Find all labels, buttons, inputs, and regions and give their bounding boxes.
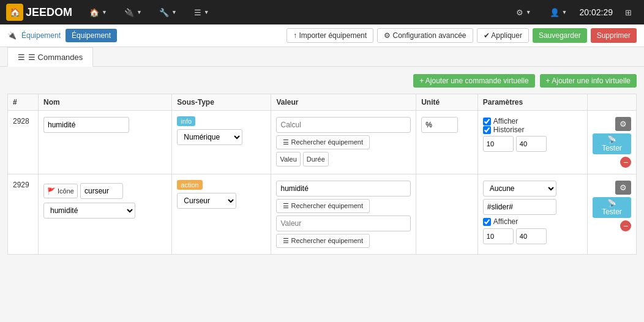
subheader-actions: ↑ Importer équipement ⚙ Configuration av… — [286, 28, 637, 43]
th-sous-type: Sous-Type — [172, 94, 271, 111]
nom-top-row-2929: 🚩 Icône — [43, 183, 167, 199]
remove-button-2929[interactable]: − — [620, 220, 631, 231]
param-slider-input-2929[interactable] — [483, 199, 556, 215]
btn-supprimer[interactable]: Supprimer — [591, 28, 637, 43]
table-header: # Nom Sous-Type Valeur Unité Paramètres — [8, 94, 637, 111]
nav-user[interactable]: 👤 ▼ — [544, 4, 574, 21]
param-afficher-2929: Afficher — [483, 217, 582, 226]
btn-import[interactable]: ↑ Importer équipement — [286, 28, 373, 43]
tester-button-2928[interactable]: 📡 Tester — [593, 133, 631, 154]
tools-chevron: ▼ — [171, 9, 177, 15]
checkbox-historiser-2928[interactable] — [483, 126, 491, 134]
label-historiser-2928: Historiser — [493, 125, 525, 134]
nav-home[interactable]: 🏠 ▼ — [83, 4, 113, 21]
breadcrumb-equipement-link[interactable]: Équipement — [21, 31, 61, 40]
settings-chevron: ▼ — [526, 9, 531, 15]
checkbox-afficher-2928[interactable] — [483, 118, 491, 125]
sous-type-select-2929[interactable]: Curseur Bouton Message Couleur — [177, 193, 236, 209]
btn-config-avancee[interactable]: ⚙ Configuration avancée — [377, 28, 473, 43]
list-chevron: ▼ — [204, 9, 209, 15]
subheader: 🔌 Équipement Équipement ↑ Importer équip… — [0, 24, 644, 47]
nav-list[interactable]: ☰ ▼ — [188, 4, 215, 21]
nav-tools[interactable]: 🔧 ▼ — [153, 4, 183, 21]
tab-commandes-icon: ☰ — [18, 53, 25, 62]
param-aucune-select-2929[interactable]: Aucune — [483, 181, 556, 197]
nom-select-2929[interactable]: humidité — [43, 203, 135, 219]
checkbox-afficher-2929[interactable] — [483, 218, 491, 226]
plug-icon: 🔌 — [124, 8, 134, 17]
nom-input-2928[interactable] — [43, 117, 129, 133]
valeur-input-2928[interactable] — [276, 117, 411, 133]
th-valeur: Valeur — [271, 94, 416, 111]
user-chevron: ▼ — [562, 9, 567, 15]
nav-settings[interactable]: ⚙ ▼ — [510, 4, 537, 21]
tester-button-2929[interactable]: 📡 Tester — [593, 197, 631, 218]
curseur-input-2929[interactable] — [80, 183, 123, 199]
cell-params-2928: Afficher Historiser — [477, 111, 587, 174]
home-chevron: ▼ — [102, 9, 107, 15]
list-icon: ☰ — [194, 8, 201, 17]
btn-equipement[interactable]: Équipement — [66, 29, 117, 42]
sous-type-badge-2928: info — [177, 116, 195, 126]
btn-rechercher-equip2-2929[interactable]: ☰ Rechercher équipement — [276, 234, 369, 248]
param-val1-2929[interactable] — [483, 228, 514, 244]
cell-nom-2929: 🚩 Icône humidité — [39, 174, 172, 255]
table-row: 2928 info Numérique Binaire Autr — [8, 111, 637, 174]
th-nom: Nom — [39, 94, 172, 111]
nav-extra[interactable]: ⊞ — [619, 4, 638, 21]
btn-duree-2928[interactable]: Durée — [303, 152, 329, 167]
unite-input-2928[interactable] — [421, 117, 458, 133]
settings-icon: ⚙ — [516, 8, 523, 17]
btn-add-virtual-info[interactable]: + Ajouter une info virtuelle — [540, 74, 637, 88]
th-id: # — [8, 94, 39, 111]
param-values-2929 — [483, 228, 582, 244]
nav-plugins[interactable]: 🔌 ▼ — [118, 4, 148, 21]
btn-rechercher-equip1-2929[interactable]: ☰ Rechercher équipement — [276, 199, 369, 213]
gear-button-2929[interactable]: ⚙ — [615, 181, 631, 195]
remove-button-2928[interactable]: − — [620, 157, 631, 168]
virtual-btns: + Ajouter une commande virtuelle + Ajout… — [7, 74, 637, 88]
table-row: 2929 🚩 Icône humidité — [8, 174, 637, 255]
btn-appliquer[interactable]: ✔ Appliquer — [477, 28, 529, 43]
time-display: 20:02:29 — [580, 7, 613, 17]
cell-valeur-2929: ☰ Rechercher équipement ☰ Rechercher équ… — [271, 174, 416, 255]
tester-icon-2929: 📡 — [607, 199, 616, 208]
btn-icone-2929[interactable]: 🚩 Icône — [43, 184, 78, 198]
tab-commandes-label: ☰ Commandes — [28, 53, 83, 62]
row-id-2928: 2928 — [13, 117, 29, 125]
tab-commandes[interactable]: ☰ ☰ Commandes — [7, 47, 93, 67]
commands-table: # Nom Sous-Type Valeur Unité Paramètres … — [7, 94, 637, 255]
cell-nom-2928 — [39, 111, 172, 174]
tester-label-2928: Tester — [602, 144, 622, 152]
home-icon: 🏠 — [89, 8, 99, 17]
cell-actions-2929: ⚙ 📡 Tester − — [588, 174, 637, 255]
param-val2-2928[interactable] — [516, 136, 547, 152]
brand-name: JEEDOM — [26, 6, 72, 19]
sous-type-select-2928[interactable]: Numérique Binaire Autre — [177, 129, 242, 145]
tester-icon-2928: 📡 — [607, 135, 616, 144]
cell-actions-2928: ⚙ 📡 Tester − — [588, 111, 637, 174]
btn-add-virtual-cmd[interactable]: + Ajouter une commande virtuelle — [413, 74, 534, 88]
th-parametres: Paramètres — [477, 94, 587, 111]
th-unite: Unité — [416, 94, 478, 111]
tester-label-2929: Tester — [602, 208, 622, 216]
breadcrumb-plugin-icon: 🔌 — [7, 31, 17, 40]
action-cell-2928: ⚙ 📡 Tester − — [593, 117, 631, 168]
cell-valeur-2928: ☰ Rechercher équipement Valeu Durée — [271, 111, 416, 174]
brand-logo[interactable]: 🏠 JEEDOM — [6, 4, 72, 21]
label-afficher-2929: Afficher — [493, 217, 518, 226]
user-icon: 👤 — [550, 8, 560, 17]
navbar-right: ⚙ ▼ 👤 ▼ 20:02:29 ⊞ — [510, 4, 638, 21]
cell-unite-2928 — [416, 111, 478, 174]
btn-rechercher-equip-2928[interactable]: ☰ Rechercher équipement — [276, 135, 369, 149]
btn-sauvegarder[interactable]: Sauvegarder — [533, 28, 587, 43]
btn-valeur-2928[interactable]: Valeu — [276, 152, 300, 167]
extra-icon: ⊞ — [625, 8, 632, 17]
param-val2-2929[interactable] — [516, 228, 547, 244]
cell-sous-type-2929: action Curseur Bouton Message Couleur — [172, 174, 271, 255]
valeur-nom-input-2929[interactable] — [276, 181, 411, 197]
cell-unite-2929 — [416, 174, 478, 255]
gear-button-2928[interactable]: ⚙ — [615, 117, 631, 131]
valeur-placeholder-2929[interactable] — [276, 215, 411, 231]
param-val1-2928[interactable] — [483, 136, 514, 152]
